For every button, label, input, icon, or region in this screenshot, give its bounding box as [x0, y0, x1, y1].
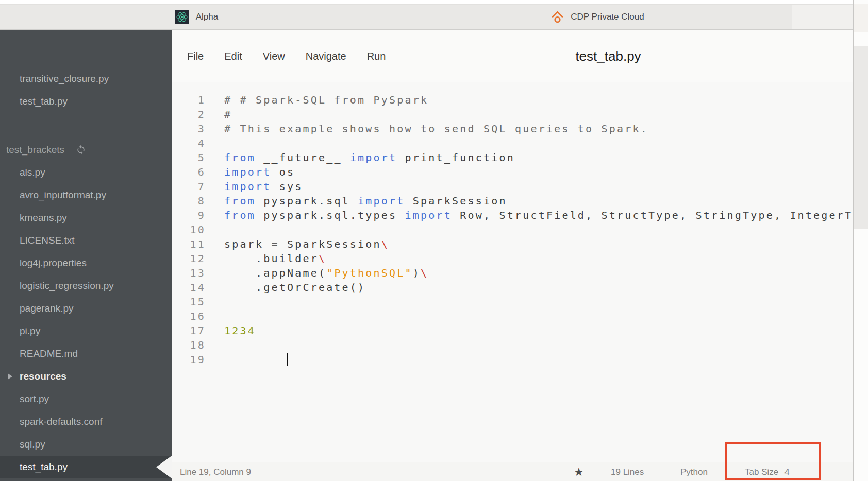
- editor-status-bar: Line 19, Column 9 ★ 19 Lines Python Tab …: [172, 462, 853, 481]
- sidebar-item-readme-md[interactable]: README.md: [0, 342, 172, 365]
- line-number: 12: [172, 251, 206, 266]
- code-line[interactable]: 3# This example shows how to send SQL qu…: [172, 122, 853, 136]
- menu-edit[interactable]: Edit: [224, 50, 242, 62]
- code-line[interactable]: 7import sys: [172, 179, 853, 194]
- sidebar-item-label: test_brackets: [6, 144, 64, 156]
- window-scrollbar-track: [853, 0, 868, 481]
- code-line[interactable]: 13 .appName("PythonSQL")\: [172, 266, 853, 280]
- cursor-position-status: Line 19, Column 9: [180, 462, 251, 481]
- tab-cdp-label: CDP Private Cloud: [571, 12, 644, 22]
- line-number: 2: [172, 107, 206, 122]
- code-line[interactable]: 10: [172, 222, 853, 237]
- code-text: import os: [224, 165, 295, 179]
- code-text: .appName("PythonSQL")\: [224, 266, 428, 280]
- sidebar-item-label: kmeans.py: [20, 212, 67, 224]
- line-count-status: 19 Lines: [611, 462, 644, 481]
- sidebar-item-avro-inputformat-py[interactable]: avro_inputformat.py: [0, 184, 172, 207]
- tab-size-value: 4: [784, 467, 789, 477]
- code-line[interactable]: 18: [172, 338, 853, 352]
- sidebar-item-label: sql.py: [20, 439, 45, 450]
- sidebar-item-pagerank-py[interactable]: pagerank.py: [0, 297, 172, 320]
- browser-tab-bar: Alpha CDP Private Cloud: [0, 4, 853, 30]
- line-number: 18: [172, 338, 206, 352]
- code-line[interactable]: 15: [172, 295, 853, 309]
- sidebar-item-sql-py[interactable]: sql.py: [0, 433, 172, 456]
- sidebar-item-logistic-regression-py[interactable]: logistic_regression.py: [0, 274, 172, 297]
- sidebar-item-label: transitive_closure.py: [20, 73, 109, 84]
- document-title: test_tab.py: [567, 30, 649, 82]
- sidebar-item-test-tab-py[interactable]: test_tab.py: [0, 456, 172, 478]
- line-number: 8: [172, 194, 206, 208]
- editor-menu-bar: FileEditViewNavigateRun: [187, 30, 386, 82]
- code-text: 1234: [224, 323, 256, 338]
- sidebar-item-label: pagerank.py: [20, 303, 74, 314]
- code-line[interactable]: 19: [172, 352, 853, 367]
- tab-alpha[interactable]: Alpha: [0, 5, 424, 29]
- code-text: .getOrCreate(): [224, 280, 365, 295]
- editor-pane: FileEditViewNavigateRun test_tab.py 1# #…: [172, 30, 853, 481]
- line-number: 4: [172, 136, 206, 150]
- code-line[interactable]: 11spark = SparkSession\: [172, 237, 853, 251]
- star-icon[interactable]: ★: [574, 462, 584, 481]
- line-number: 6: [172, 165, 206, 179]
- tab-size-selector[interactable]: Tab Size 4: [745, 462, 790, 481]
- code-text: # This example shows how to send SQL que…: [224, 122, 648, 136]
- sidebar-item-test-tab-py[interactable]: test_tab.py: [0, 90, 172, 113]
- sidebar-item-label: README.md: [20, 348, 78, 359]
- menu-view[interactable]: View: [263, 50, 285, 62]
- react-atom-icon: [175, 10, 189, 24]
- line-number: 17: [172, 323, 206, 338]
- cdp-logo-icon: [551, 10, 564, 24]
- menu-navigate[interactable]: Navigate: [306, 50, 346, 62]
- line-number: 5: [172, 150, 206, 165]
- scrollbar-divider: [854, 419, 868, 419]
- code-line[interactable]: 14 .getOrCreate(): [172, 280, 853, 295]
- menu-run[interactable]: Run: [367, 50, 386, 62]
- code-line[interactable]: 171234: [172, 323, 853, 338]
- app-window: Alpha CDP Private Cloud transitive_closu…: [0, 0, 868, 481]
- code-line[interactable]: 4: [172, 136, 853, 150]
- sidebar-item-label: als.py: [20, 167, 45, 178]
- line-number: 19: [172, 352, 206, 367]
- sidebar-item-label: resources: [20, 371, 66, 382]
- code-text: from __future__ import print_function: [224, 150, 515, 165]
- line-number: 15: [172, 295, 206, 309]
- line-number: 1: [172, 93, 206, 107]
- code-line[interactable]: 9from pyspark.sql.types import Row, Stru…: [172, 208, 853, 222]
- tab-strip-empty-area: [792, 5, 853, 29]
- code-text: [224, 352, 288, 367]
- scrollbar-thumb[interactable]: [854, 46, 868, 229]
- tab-alpha-label: Alpha: [196, 12, 218, 22]
- code-line[interactable]: 8from pyspark.sql import SparkSession: [172, 194, 853, 208]
- sidebar-item-license-txt[interactable]: LICENSE.txt: [0, 229, 172, 252]
- code-line[interactable]: 5from __future__ import print_function: [172, 150, 853, 165]
- code-line[interactable]: 6import os: [172, 165, 853, 179]
- sidebar-item-als-py[interactable]: als.py: [0, 161, 172, 184]
- sidebar-item-label: test_tab.py: [20, 96, 68, 107]
- sidebar-item-test-brackets[interactable]: test_brackets: [0, 139, 172, 161]
- code-text: .builder\: [224, 251, 326, 266]
- code-line[interactable]: 2#: [172, 107, 853, 122]
- sidebar-item-label: LICENSE.txt: [20, 235, 75, 246]
- scrollbar-top-section: [854, 4, 868, 32]
- window-top-strip: [0, 0, 868, 4]
- sidebar-item-label: avro_inputformat.py: [20, 190, 106, 201]
- code-area[interactable]: 1# # Spark-SQL from PySpark2#3# This exa…: [172, 83, 853, 462]
- code-line[interactable]: 12 .builder\: [172, 251, 853, 266]
- sidebar-item-pi-py[interactable]: pi.py: [0, 320, 172, 342]
- sidebar-item-transitive-closure-py[interactable]: transitive_closure.py: [0, 67, 172, 90]
- refresh-icon[interactable]: [76, 145, 86, 155]
- tab-cdp-private-cloud[interactable]: CDP Private Cloud: [424, 5, 792, 29]
- code-text: spark = SparkSession\: [224, 237, 389, 251]
- sidebar-item-spark-defaults-conf[interactable]: spark-defaults.conf: [0, 410, 172, 433]
- sidebar-item-log4j-properties[interactable]: log4j.properties: [0, 252, 172, 274]
- language-selector[interactable]: Python: [680, 462, 708, 481]
- code-line[interactable]: 16: [172, 309, 853, 323]
- code-line[interactable]: 1# # Spark-SQL from PySpark: [172, 93, 853, 107]
- sidebar-item-sort-py[interactable]: sort.py: [0, 388, 172, 410]
- sidebar-item-kmeans-py[interactable]: kmeans.py: [0, 207, 172, 229]
- menu-file[interactable]: File: [187, 50, 204, 62]
- line-number: 3: [172, 122, 206, 136]
- line-number: 14: [172, 280, 206, 295]
- sidebar-item-resources[interactable]: resources: [0, 365, 172, 388]
